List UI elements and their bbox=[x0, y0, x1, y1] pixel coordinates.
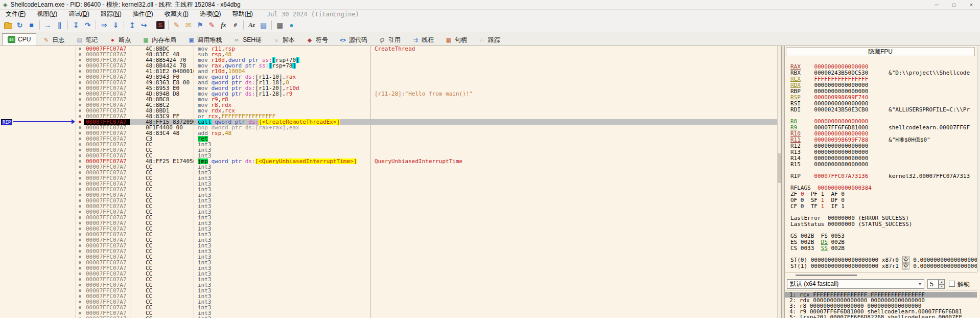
tab-trace-tab[interactable]: ∴跟踪 bbox=[473, 34, 505, 46]
arguments-list[interactable]: 1: rcx FFFFFFFFFFFFFFFF FFFFFFFFFFFFFFFF… bbox=[785, 290, 977, 318]
restart-icon[interactable]: ↻ bbox=[14, 19, 26, 31]
breakpoint-dot[interactable] bbox=[79, 301, 81, 303]
breakpoint-dot[interactable] bbox=[79, 261, 81, 264]
menu-debug[interactable]: 调试(D) bbox=[63, 9, 95, 19]
disasm-row[interactable]: 00007FFC07A744:8B5424 70mov r10d,dword p… bbox=[0, 57, 777, 63]
hash-icon[interactable]: # bbox=[229, 19, 241, 31]
register-line[interactable]: RDI 00000243B50E3CB0 &"ALLUSERSPROFILE=C… bbox=[790, 107, 970, 113]
disasm-row[interactable]: 00007FFC07A749:8943 F0mov qword ptr ds:[… bbox=[0, 74, 777, 80]
breakpoint-dot[interactable] bbox=[79, 104, 81, 106]
breakpoint-dot[interactable] bbox=[79, 48, 81, 50]
register-line[interactable]: R15 0000000000000000 bbox=[790, 162, 868, 168]
disasm-row[interactable]: 00007FFC07A7CCint3 bbox=[0, 203, 777, 209]
disasm-row[interactable]: 00007FFC07A7CCint3 bbox=[0, 316, 777, 318]
breakpoint-dot[interactable] bbox=[79, 154, 81, 157]
globe-icon[interactable]: ● bbox=[286, 19, 297, 31]
spinner-down-icon[interactable]: ▼ bbox=[939, 284, 945, 289]
breakpoint-dot[interactable] bbox=[79, 109, 81, 112]
breakpoint-dot[interactable] bbox=[79, 239, 81, 241]
breakpoint-dot[interactable] bbox=[79, 284, 81, 286]
breakpoint-dot[interactable] bbox=[79, 244, 81, 247]
argument-row[interactable]: 5: [rsp+20] 00007FF6F6D82268 shellcodele… bbox=[785, 314, 977, 318]
tab-log[interactable]: ✎日志 bbox=[37, 34, 69, 46]
disasm-row[interactable]: 00007FFC07A748:FF15 83720900call qword p… bbox=[0, 119, 777, 125]
run-to-cursor-icon[interactable]: ⇒ bbox=[98, 19, 110, 31]
breakpoint-dot[interactable] bbox=[79, 59, 81, 61]
disasm-row[interactable]: 00007FFC07A7CCint3 bbox=[0, 260, 777, 265]
disasm-row[interactable]: 00007FFC07A7CCint3 bbox=[0, 293, 777, 299]
register-line[interactable]: ST(1) 00000000000000000000 x87r1 空 0.000… bbox=[790, 263, 977, 269]
breakpoint-dot-active[interactable] bbox=[79, 121, 81, 123]
disasm-row[interactable]: 00007FFC07A7CCint3 bbox=[0, 243, 777, 248]
breakpoint-dot[interactable] bbox=[79, 81, 81, 84]
breakpoint-dot[interactable] bbox=[79, 115, 81, 118]
breakpoint-dot[interactable] bbox=[79, 228, 81, 230]
disasm-row[interactable]: 00007FFC07A748:83C9 FFor rcx,FFFFFFFFFFF… bbox=[0, 113, 777, 119]
register-line[interactable]: RIP 00007FFC07A73136 kernel32.00007FFC07… bbox=[790, 173, 970, 179]
disasm-row[interactable]: 00007FFC07A7CCint3 bbox=[0, 170, 777, 175]
disasm-row[interactable]: 00007FFC07A7CCint3 bbox=[0, 226, 777, 232]
register-line[interactable]: LastStatus 00000000 (STATUS_SUCCESS) bbox=[790, 221, 912, 228]
breakpoint-dot[interactable] bbox=[79, 205, 81, 208]
breakpoint-dot[interactable] bbox=[79, 188, 81, 191]
breakpoint-dot[interactable] bbox=[79, 199, 81, 202]
trace-into-icon[interactable]: ⇓ bbox=[110, 19, 122, 31]
breakpoint-dot[interactable] bbox=[79, 70, 81, 73]
patch-icon[interactable]: ✎ bbox=[171, 19, 182, 31]
run-to-user-code-icon[interactable]: ↪ bbox=[138, 19, 150, 31]
disasm-row[interactable]: 00007FFC07A74C:8BC2mov r8,rdx bbox=[0, 102, 777, 108]
disasm-row[interactable]: 00007FFC07A748:83C4 48add rsp,48 bbox=[0, 130, 777, 136]
menu-view[interactable]: 视图(V) bbox=[31, 9, 63, 19]
disasm-row[interactable]: 00007FFC07A7CCint3 bbox=[0, 248, 777, 254]
run-icon[interactable]: → bbox=[42, 19, 54, 31]
breakpoint-dot[interactable] bbox=[79, 87, 81, 89]
tab-handles[interactable]: ▦句柄 bbox=[440, 34, 472, 46]
breakpoint-dot[interactable] bbox=[79, 306, 81, 309]
register-line[interactable]: CF 0 TF 1 IF 1 bbox=[790, 203, 845, 210]
breakpoint-dot[interactable] bbox=[79, 132, 81, 134]
disasm-row[interactable]: 00007FFC07A745:8953 E0mov dword ptr ds:[… bbox=[0, 85, 777, 91]
breakpoint-dot[interactable] bbox=[79, 256, 81, 258]
breakpoint-dot[interactable] bbox=[79, 211, 81, 213]
disasm-row[interactable]: 00007FFC07A7CCint3 bbox=[0, 282, 777, 288]
disasm-row[interactable]: 00007FFC07A7CCint3 bbox=[0, 277, 777, 282]
arg-count-input[interactable]: 5 bbox=[927, 279, 939, 289]
breakpoint-dot[interactable] bbox=[79, 149, 81, 151]
menu-favourites[interactable]: 收藏夹(I) bbox=[159, 9, 194, 19]
step-into-icon[interactable]: ↧ bbox=[70, 19, 82, 31]
breakpoint-dot[interactable] bbox=[79, 143, 81, 146]
breakpoint-dot[interactable] bbox=[79, 93, 81, 95]
breakpoint-dot[interactable] bbox=[79, 76, 81, 78]
calling-convention-dropdown[interactable]: 默认 (x64 fastcall) ▼ bbox=[787, 279, 924, 289]
minimize-button[interactable]: ─ bbox=[928, 0, 945, 9]
tab-script[interactable]: ≡脚本 bbox=[268, 34, 300, 46]
breakpoint-dot[interactable] bbox=[79, 267, 81, 269]
tab-source[interactable]: <>源代码 bbox=[334, 34, 372, 46]
breakpoint-dot[interactable] bbox=[79, 98, 81, 101]
tab-cpu[interactable]: 64CPU bbox=[2, 33, 36, 46]
tab-references[interactable]: Q引用 bbox=[374, 34, 406, 46]
maximize-button[interactable]: □ bbox=[945, 0, 963, 9]
breakpoint-dot[interactable] bbox=[79, 126, 81, 129]
disasm-row[interactable]: 00007FFC07A70F1F4400 00nop dword ptr ds:… bbox=[0, 125, 777, 130]
menu-help[interactable]: 帮助(H) bbox=[226, 9, 259, 19]
arg-count-spinner[interactable]: ▲ ▼ bbox=[939, 279, 945, 289]
breakpoint-dot[interactable] bbox=[79, 194, 81, 196]
disasm-row[interactable]: 00007FFC07A74D:8BC8mov r9,r8 bbox=[0, 97, 777, 102]
disasm-row[interactable]: 00007FFC07A7CCint3 bbox=[0, 164, 777, 170]
disasm-row[interactable]: 00007FFC07A748:8BD1mov rdx,rcx bbox=[0, 108, 777, 113]
disasm-row[interactable]: 00007FFC07A7CCint3 bbox=[0, 147, 777, 153]
stop-icon[interactable]: ■ bbox=[26, 19, 37, 31]
breakpoint-dot[interactable] bbox=[79, 183, 81, 185]
disasm-row[interactable]: 00007FFC07A7CCint3 bbox=[0, 310, 777, 316]
tab-call-stack[interactable]: ▣调用堆栈 bbox=[182, 34, 227, 46]
tab-memory-map[interactable]: ▦内存布局 bbox=[137, 34, 181, 46]
disasm-row[interactable]: 00007FFC07A7CCint3 bbox=[0, 192, 777, 198]
breakpoint-dot[interactable] bbox=[79, 138, 81, 140]
hide-fpu-button[interactable]: 隐藏FPU bbox=[786, 47, 975, 56]
tab-threads[interactable]: ⇉线程 bbox=[407, 34, 439, 46]
disasm-row[interactable]: 00007FFC07A7CCint3 bbox=[0, 187, 777, 192]
args-scroll-up-icon[interactable]: ▲ bbox=[972, 291, 976, 296]
tab-notes[interactable]: ▤笔记 bbox=[71, 34, 103, 46]
disassembly-view[interactable]: 00007FFC07A74C:8BDCmov r11,rspCreateThre… bbox=[0, 46, 777, 318]
